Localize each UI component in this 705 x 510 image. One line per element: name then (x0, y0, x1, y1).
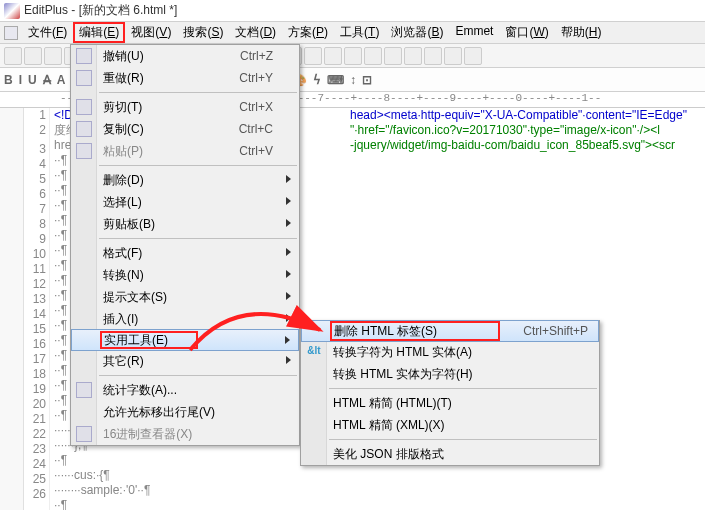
toolbar-button-0[interactable] (4, 47, 22, 65)
menu-emmet[interactable]: Emmet (449, 22, 499, 43)
menu-item-icon (76, 143, 92, 159)
toolbar-button-15[interactable] (304, 47, 322, 65)
submenu-arrow-icon (286, 175, 291, 183)
menu-item-重做R[interactable]: 重做(R)Ctrl+Y (71, 67, 299, 89)
menu-item-剪切T[interactable]: 剪切(T)Ctrl+X (71, 96, 299, 118)
menu-item-插入I[interactable]: 插入(I) (71, 308, 299, 330)
menu-编辑e[interactable]: 编辑(E) (73, 22, 125, 43)
menu-item-label: 剪贴板(B) (103, 216, 155, 233)
html-tool-19[interactable]: ϟ (313, 73, 321, 87)
edit-menu-dropdown: 撤销(U)Ctrl+Z重做(R)Ctrl+Y剪切(T)Ctrl+X复制(C)Ct… (70, 44, 300, 446)
menu-item-label: 插入(I) (103, 311, 138, 328)
submenu-shortcut: Ctrl+Shift+P (523, 324, 598, 338)
submenu-arrow-icon (286, 248, 291, 256)
menu-搜索s[interactable]: 搜索(S) (177, 22, 229, 43)
toolbar-button-23[interactable] (464, 47, 482, 65)
line-numbers: 1234567891011121314151617181920212223242… (24, 108, 50, 510)
submenu-arrow-icon (286, 314, 291, 322)
submenu-item-转换字符为HTML实体A[interactable]: &lt转换字符为 HTML 实体(A) (301, 341, 599, 363)
menu-item-label: 粘贴(P) (103, 143, 143, 160)
toolbar-button-20[interactable] (404, 47, 422, 65)
html-tool-21[interactable]: ↕ (350, 73, 356, 87)
submenu-item-转换HTML实体为字符H[interactable]: 转换 HTML 实体为字符(H) (301, 363, 599, 385)
gutter (0, 108, 24, 510)
menu-item-实用工具E[interactable]: 实用工具(E) (71, 329, 299, 351)
toolbar-button-19[interactable] (384, 47, 402, 65)
menu-item-icon (76, 382, 92, 398)
html-tool-2[interactable]: U (28, 73, 37, 87)
menu-item-icon (76, 48, 92, 64)
title-bar: EditPlus - [新的文档 6.html *] (0, 0, 705, 22)
html-tool-22[interactable]: ⊡ (362, 73, 372, 87)
submenu-item-label: HTML 精简 (HTML)(T) (333, 395, 452, 412)
menu-item-剪贴板B[interactable]: 剪贴板(B) (71, 213, 299, 235)
menu-浏览器b[interactable]: 浏览器(B) (385, 22, 449, 43)
submenu-item-HTML精简XMLX[interactable]: HTML 精简 (XML)(X) (301, 414, 599, 436)
code-content: head><meta·http-equiv="X-UA-Compatible"·… (350, 108, 705, 153)
submenu-arrow-icon (286, 356, 291, 364)
toolbar-button-1[interactable] (24, 47, 42, 65)
submenu-item-label: 删除 HTML 标签(S) (334, 323, 437, 340)
menu-item-选择L[interactable]: 选择(L) (71, 191, 299, 213)
toolbar-button-21[interactable] (424, 47, 442, 65)
toolbar-button-18[interactable] (364, 47, 382, 65)
submenu-item-label: HTML 精简 (XML)(X) (333, 417, 445, 434)
menu-item-label: 重做(R) (103, 70, 144, 87)
menu-item-其它R[interactable]: 其它(R) (71, 350, 299, 372)
menu-item-复制C[interactable]: 复制(C)Ctrl+C (71, 118, 299, 140)
utility-tools-submenu: 删除 HTML 标签(S)Ctrl+Shift+P&lt转换字符为 HTML 实… (300, 320, 600, 466)
menu-item-label: 转换(N) (103, 267, 144, 284)
menu-item-删除D[interactable]: 删除(D) (71, 169, 299, 191)
menu-item-label: 剪切(T) (103, 99, 142, 116)
menu-帮助h[interactable]: 帮助(H) (555, 22, 608, 43)
menu-item-转换N[interactable]: 转换(N) (71, 264, 299, 286)
menu-item-提示文本S[interactable]: 提示文本(S) (71, 286, 299, 308)
menu-item-label: 格式(F) (103, 245, 142, 262)
submenu-arrow-icon (286, 292, 291, 300)
submenu-item-label: 转换字符为 HTML 实体(A) (333, 344, 472, 361)
menu-item-icon (76, 121, 92, 137)
menu-item-icon (76, 70, 92, 86)
menu-item-撤销U[interactable]: 撤销(U)Ctrl+Z (71, 45, 299, 67)
menu-item-label: 撤销(U) (103, 48, 144, 65)
menu-窗口w[interactable]: 窗口(W) (499, 22, 554, 43)
menu-item-shortcut: Ctrl+V (239, 144, 299, 158)
menu-文档d[interactable]: 文档(D) (229, 22, 282, 43)
menu-item-label: 允许光标移出行尾(V) (103, 404, 215, 421)
html-tool-3[interactable]: A̶ (43, 73, 51, 87)
menu-视图v[interactable]: 视图(V) (125, 22, 177, 43)
toolbar-button-2[interactable] (44, 47, 62, 65)
html-tool-0[interactable]: B (4, 73, 13, 87)
menu-item-label: 统计字数(A)... (103, 382, 177, 399)
menu-item-格式F[interactable]: 格式(F) (71, 242, 299, 264)
submenu-item-icon: &lt (306, 344, 322, 360)
submenu-arrow-icon (286, 197, 291, 205)
html-tool-20[interactable]: ⌨ (327, 73, 344, 87)
menu-item-允许光标移出行尾V[interactable]: 允许光标移出行尾(V) (71, 401, 299, 423)
app-icon (4, 3, 20, 19)
menu-item-label: 实用工具(E) (104, 332, 168, 349)
menu-文件f[interactable]: 文件(F) (22, 22, 73, 43)
menu-item-label: 删除(D) (103, 172, 144, 189)
menu-item-icon (76, 99, 92, 115)
submenu-item-删除HTML标签S[interactable]: 删除 HTML 标签(S)Ctrl+Shift+P (301, 320, 599, 342)
menu-item-label: 选择(L) (103, 194, 142, 211)
submenu-arrow-icon (286, 270, 291, 278)
submenu-item-HTML精简HTMLT[interactable]: HTML 精简 (HTML)(T) (301, 392, 599, 414)
toolbar-button-17[interactable] (344, 47, 362, 65)
submenu-item-label: 美化 JSON 排版格式 (333, 446, 444, 463)
menu-item-统计字数A[interactable]: 统计字数(A)... (71, 379, 299, 401)
menu-bar: 文件(F)编辑(E)视图(V)搜索(S)文档(D)方案(P)工具(T)浏览器(B… (0, 22, 705, 44)
window-title: EditPlus - [新的文档 6.html *] (24, 2, 177, 19)
html-tool-4[interactable]: A (57, 73, 66, 87)
menu-方案p[interactable]: 方案(P) (282, 22, 334, 43)
menu-item-label: 复制(C) (103, 121, 144, 138)
submenu-item-美化JSON排版格式[interactable]: 美化 JSON 排版格式 (301, 443, 599, 465)
html-tool-1[interactable]: I (19, 73, 22, 87)
submenu-arrow-icon (285, 336, 290, 344)
toolbar-button-22[interactable] (444, 47, 462, 65)
menu-item-shortcut: Ctrl+C (239, 122, 299, 136)
menu-工具t[interactable]: 工具(T) (334, 22, 385, 43)
document-icon (4, 26, 18, 40)
toolbar-button-16[interactable] (324, 47, 342, 65)
